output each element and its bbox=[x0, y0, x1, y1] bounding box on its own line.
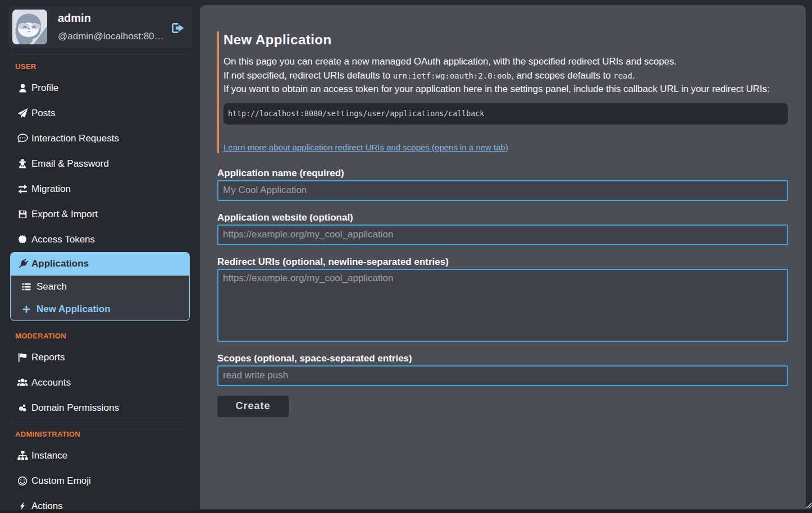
floppy-disk-icon bbox=[17, 209, 28, 219]
users-icon bbox=[17, 377, 28, 388]
logout-icon[interactable] bbox=[171, 22, 184, 34]
sidebar-nav: USER Profile Posts Interaction Requests … bbox=[10, 48, 190, 513]
user-handle: @admin@localhost:80… bbox=[58, 30, 164, 43]
sidebar-item-interaction-requests[interactable]: Interaction Requests bbox=[10, 126, 190, 151]
sidebar-item-label: Export & Import bbox=[31, 209, 98, 220]
sidebar-item-applications[interactable]: Applications bbox=[10, 252, 190, 276]
new-application-form: Application name (required) Application … bbox=[217, 168, 788, 417]
description-line-2-mid: , and scopes defaults to bbox=[511, 70, 613, 81]
user-display-name: admin bbox=[58, 11, 91, 25]
sidebar-divider bbox=[10, 54, 190, 54]
page-title: New Application bbox=[223, 31, 788, 48]
sloth-avatar-image bbox=[12, 10, 47, 44]
callback-url-code-block: http://localhost:8080/settings/user/appl… bbox=[223, 103, 788, 125]
sidebar-section-administration: ADMINISTRATION bbox=[10, 429, 190, 440]
avatar bbox=[12, 10, 47, 44]
sidebar-item-accounts[interactable]: Accounts bbox=[10, 370, 190, 395]
smile-icon bbox=[17, 476, 28, 486]
description-line-3: If you want to obtain an access token fo… bbox=[223, 84, 769, 94]
scopes-input[interactable] bbox=[217, 365, 788, 386]
description-line-2-post: . bbox=[632, 70, 635, 81]
sidebar-item-label: New Application bbox=[37, 304, 111, 315]
main-panel: New Application On this page you can cre… bbox=[200, 5, 806, 509]
form-field-website: Application website (optional) bbox=[217, 212, 788, 245]
sidebar-item-label: Search bbox=[37, 281, 67, 292]
sidebar: admin @admin@localhost:80… USER Profile … bbox=[0, 0, 200, 513]
form-field-scopes: Scopes (optional, space-separated entrie… bbox=[217, 353, 788, 386]
sidebar-item-export-import[interactable]: Export & Import bbox=[10, 201, 190, 227]
form-field-name: Application name (required) bbox=[217, 168, 788, 201]
application-name-input[interactable] bbox=[217, 180, 788, 201]
sidebar-divider bbox=[10, 423, 190, 423]
hubzilla-icon bbox=[17, 404, 28, 413]
form-field-redirect-uris: Redirect URIs (optional, newline-separat… bbox=[217, 256, 788, 342]
create-button[interactable]: Create bbox=[217, 396, 289, 417]
paper-plane-icon bbox=[17, 108, 28, 118]
sidebar-section-moderation: MODERATION bbox=[10, 331, 190, 342]
sidebar-item-label: Interaction Requests bbox=[31, 133, 119, 144]
redirect-uris-label: Redirect URIs (optional, newline-separat… bbox=[217, 256, 788, 268]
sidebar-item-migration[interactable]: Migration bbox=[10, 176, 190, 201]
application-website-input[interactable] bbox=[217, 225, 788, 245]
docs-link[interactable]: Learn more about application redirect UR… bbox=[223, 142, 508, 153]
resize-grip-icon[interactable] bbox=[806, 501, 812, 511]
sidebar-item-label: Applications bbox=[31, 258, 89, 269]
user-icon bbox=[17, 83, 28, 93]
sidebar-item-profile[interactable]: Profile bbox=[10, 75, 190, 100]
sidebar-group-applications: Applications Search New Application bbox=[10, 252, 190, 321]
sidebar-item-new-application[interactable]: New Application bbox=[11, 298, 189, 320]
sidebar-item-email-password[interactable]: Email & Password bbox=[10, 151, 190, 176]
sidebar-item-label: Migration bbox=[31, 184, 71, 195]
sidebar-item-label: Custom Emoji bbox=[31, 475, 91, 487]
application-name-label: Application name (required) bbox=[217, 168, 788, 179]
oob-code: urn:ietf:wg:oauth:2.0:oob bbox=[393, 71, 512, 80]
flag-icon bbox=[17, 352, 28, 363]
sidebar-item-label: Posts bbox=[31, 108, 56, 119]
read-code: read bbox=[613, 71, 632, 80]
user-card[interactable]: admin @admin@localhost:80… bbox=[8, 6, 191, 48]
sidebar-item-access-tokens[interactable]: Access Tokens bbox=[10, 227, 190, 252]
plug-icon bbox=[17, 259, 28, 269]
sidebar-item-label: Profile bbox=[31, 83, 58, 94]
sidebar-item-search[interactable]: Search bbox=[11, 276, 189, 298]
sidebar-item-label: Accounts bbox=[31, 377, 71, 388]
description-line-1: On this page you can create a new manage… bbox=[223, 56, 677, 67]
sitemap-icon bbox=[17, 450, 28, 461]
sidebar-item-posts[interactable]: Posts bbox=[10, 100, 190, 126]
exchange-icon bbox=[17, 184, 28, 195]
sidebar-item-domain-permissions[interactable]: Domain Permissions bbox=[10, 395, 190, 420]
description-line-2-pre: If not specified, redirect URIs defaults… bbox=[223, 70, 393, 81]
sidebar-item-label: Email & Password bbox=[31, 158, 109, 170]
user-secret-icon bbox=[17, 158, 28, 169]
certificate-icon bbox=[17, 235, 28, 245]
sidebar-item-custom-emoji[interactable]: Custom Emoji bbox=[10, 468, 190, 493]
comment-dots-icon bbox=[17, 133, 28, 144]
sidebar-item-reports[interactable]: Reports bbox=[10, 345, 190, 370]
page-lead-section: New Application On this page you can cre… bbox=[217, 31, 788, 153]
list-icon bbox=[21, 282, 32, 292]
sidebar-item-label: Domain Permissions bbox=[31, 402, 119, 414]
redirect-uris-textarea[interactable] bbox=[217, 269, 788, 342]
application-website-label: Application website (optional) bbox=[217, 212, 788, 223]
scopes-label: Scopes (optional, space-separated entrie… bbox=[217, 353, 788, 364]
page-description: On this page you can create a new manage… bbox=[223, 55, 788, 97]
plus-icon bbox=[21, 305, 32, 314]
sidebar-item-instance[interactable]: Instance bbox=[10, 443, 190, 468]
callback-url-text: http://localhost:8080/settings/user/appl… bbox=[228, 109, 484, 118]
sidebar-item-label: Instance bbox=[31, 450, 67, 461]
sidebar-item-label: Access Tokens bbox=[31, 234, 95, 245]
horizontal-scrollbar[interactable] bbox=[0, 510, 812, 513]
sidebar-section-user: USER bbox=[10, 61, 190, 72]
sidebar-item-label: Reports bbox=[31, 352, 65, 363]
applications-submenu: Search New Application bbox=[10, 276, 190, 321]
